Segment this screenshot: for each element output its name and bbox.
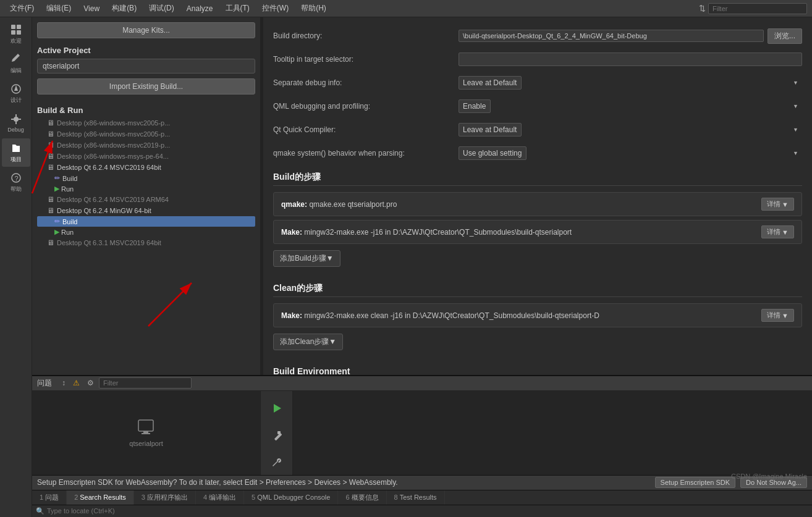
menu-build[interactable]: 构建(B) (107, 1, 142, 15)
browse-button[interactable]: 浏览... (768, 28, 802, 44)
tree-item-label: Desktop (x86-windows-msvc2019-p... (57, 141, 170, 149)
sidebar-item-welcome[interactable]: 欢迎 (2, 20, 30, 48)
tree-item-build1[interactable]: ✏ Build (37, 173, 255, 183)
tooltip-row: Tooltip in target selector: (273, 51, 802, 68)
bottom-misc-icon-item[interactable] (264, 450, 289, 475)
menu-debug[interactable]: 调试(D) (144, 1, 179, 15)
tab-overview[interactable]: 6 概要信息 (338, 490, 386, 505)
tab-compile-output[interactable]: 4 编译输出 (196, 490, 244, 505)
monitor-icon: 🖥 (47, 163, 54, 172)
add-build-step-button[interactable]: 添加Build步骤▼ (273, 250, 340, 267)
tab-issues[interactable]: 1 问题 (32, 490, 67, 505)
tree-item-msvc2019-arm64[interactable]: 🖥 Desktop Qt 6.2.4 MSVC2019 ARM64 (37, 194, 255, 205)
svg-marker-16 (274, 404, 281, 413)
sidebar-item-debug[interactable]: Debug (2, 109, 30, 137)
tooltip-label: Tooltip in target selector: (273, 55, 459, 64)
make-detail-label: 详情 (767, 227, 780, 237)
clean-detail-button[interactable]: 详情 ▼ (761, 309, 794, 322)
tab-app-output[interactable]: 3 应用程序输出 (134, 490, 196, 505)
setup-emscripten-button[interactable]: Setup Emscripten SDK (655, 477, 736, 488)
tooltip-input[interactable] (459, 53, 802, 66)
sidebar-design-label: 设计 (11, 96, 22, 104)
qmake-system-row: qmake system() behavior when parsing: Us… (273, 145, 802, 162)
tree-item-label: Desktop Qt 6.3.1 MSVC2019 64bit (57, 239, 161, 246)
monitor-bottom-icon (137, 419, 154, 436)
debug-info-row: Separate debug info: Leave at Default (273, 74, 802, 91)
tab-qml-debugger[interactable]: 5 QML Debugger Console (244, 490, 338, 505)
tree-item-run1[interactable]: ▶ Run (37, 183, 255, 194)
qmake-system-select[interactable]: Use global setting (459, 146, 527, 160)
qmake-detail-chevron: ▼ (782, 201, 789, 208)
menu-analyze[interactable]: Analyze (182, 2, 218, 15)
svg-rect-15 (142, 433, 150, 434)
menu-help[interactable]: 帮助(H) (296, 1, 331, 15)
sidebar-item-help[interactable]: ? 帮助 (2, 168, 30, 196)
sidebar-item-edit[interactable]: 编辑 (2, 49, 30, 78)
clean-steps-header: Clean的步骤 (273, 283, 802, 297)
menu-tools[interactable]: 工具(T) (221, 1, 255, 15)
debug-info-select[interactable]: Leave at Default (459, 76, 522, 90)
menu-controls[interactable]: 控件(W) (257, 1, 294, 15)
make-detail-button[interactable]: 详情 ▼ (761, 225, 794, 238)
tree-item-build-mingw-selected[interactable]: ✏ Build (37, 216, 255, 227)
tooltip-value (459, 53, 802, 66)
tree-item-mingw64[interactable]: 🖥 Desktop Qt 6.2.4 MinGW 64-bit (37, 205, 255, 216)
bottom-build-icon-item[interactable] (264, 423, 289, 448)
project-select[interactable]: qtserialport (37, 59, 255, 74)
wrench-icon (271, 457, 282, 468)
qt-quick-value: Leave at Default (459, 123, 802, 137)
svg-rect-1 (17, 25, 21, 29)
tab-search-results[interactable]: 2 Search Results (67, 490, 134, 505)
tree-item-desktop1[interactable]: 🖥 Desktop (x86-windows-msvc2005-p... (37, 117, 255, 128)
tab-8-number: 8 (394, 494, 398, 501)
tab-test-results-label: Test Results (400, 494, 437, 501)
tree-item-label: Desktop Qt 6.2.4 MinGW 64-bit (57, 207, 151, 214)
tab-compile-output-label: 编译输出 (209, 493, 236, 502)
menu-edit[interactable]: 编辑(E) (41, 1, 76, 15)
tree-item-label: Build (62, 218, 77, 225)
clean-step-make: Make: mingw32-make.exe clean -j16 in D:\… (273, 303, 802, 327)
qmake-detail-button[interactable]: 详情 ▼ (761, 198, 794, 211)
tree-item-desktop3[interactable]: 🖥 Desktop (x86-windows-msvc2019-p... (37, 140, 255, 151)
menu-file[interactable]: 文件(F) (5, 1, 39, 15)
bottom-run-icon-item[interactable] (264, 396, 289, 421)
tree-item-msvc2019-64[interactable]: 🖥 Desktop Qt 6.2.4 MSVC2019 64bit (37, 162, 255, 173)
build-dir-value: 浏览... (459, 28, 802, 44)
sidebar-help-label: 帮助 (11, 185, 22, 193)
tree-item-qt631[interactable]: 🖥 Desktop Qt 6.3.1 MSVC2019 64bit (37, 237, 255, 248)
tree-item-label: Build (62, 175, 77, 182)
do-not-show-button[interactable]: Do Not Show Ag... (740, 477, 807, 488)
top-filter-input[interactable] (708, 3, 807, 14)
svg-rect-18 (277, 431, 281, 434)
tab-issues-label: 问题 (45, 493, 59, 502)
run-icon: ▶ (54, 228, 59, 236)
tree-item-desktop4[interactable]: 🖥 Desktop (x86-windows-msys-pe-64... (37, 151, 255, 162)
notification-bar: Setup Emscripten SDK for WebAssembly? To… (32, 475, 812, 490)
tab-app-output-label: 应用程序输出 (147, 493, 188, 502)
app-body: 欢迎 编辑 设计 Debug 项目 ? 帮助 (0, 17, 812, 517)
search-icon-locate: 🔍 (36, 507, 44, 515)
tab-test-results[interactable]: 8 Test Results (387, 490, 445, 505)
menu-view[interactable]: View (78, 2, 104, 15)
status-filter-input[interactable] (99, 377, 192, 389)
debug-info-value: Leave at Default (459, 76, 802, 90)
monitor-icon: 🖥 (47, 238, 54, 247)
debug-info-select-wrapper: Leave at Default (459, 76, 802, 90)
qt-quick-select[interactable]: Leave at Default (459, 123, 522, 137)
bottom-project-label: qtserialport (129, 440, 163, 447)
build-dir-label: Build directory: (273, 32, 459, 40)
qml-debug-select[interactable]: Enable (459, 99, 491, 113)
locate-input[interactable] (47, 507, 183, 515)
manage-kits-button[interactable]: Manage Kits... (37, 22, 255, 38)
tab-4-number: 4 (203, 494, 207, 501)
tree-item-desktop2[interactable]: 🖥 Desktop (x86-windows-msvc2005-p... (37, 128, 255, 140)
add-clean-step-button[interactable]: 添加Clean步骤▼ (273, 334, 343, 350)
build-dir-input[interactable] (459, 30, 764, 42)
sidebar-item-project[interactable]: 项目 (2, 138, 30, 167)
make-command: mingw32-make.exe -j16 in D:\AZWJ\QtCreat… (304, 228, 572, 237)
mid-content: Manage Kits... Active Project qtserialpo… (32, 17, 812, 517)
tree-item-run-mingw[interactable]: ▶ Run (37, 227, 255, 237)
sidebar-item-design[interactable]: 设计 (2, 79, 30, 107)
import-build-button[interactable]: Import Existing Build... (37, 78, 255, 95)
bottom-tabs: 1 问题 2 Search Results 3 应用程序输出 4 编译输出 (32, 490, 812, 505)
